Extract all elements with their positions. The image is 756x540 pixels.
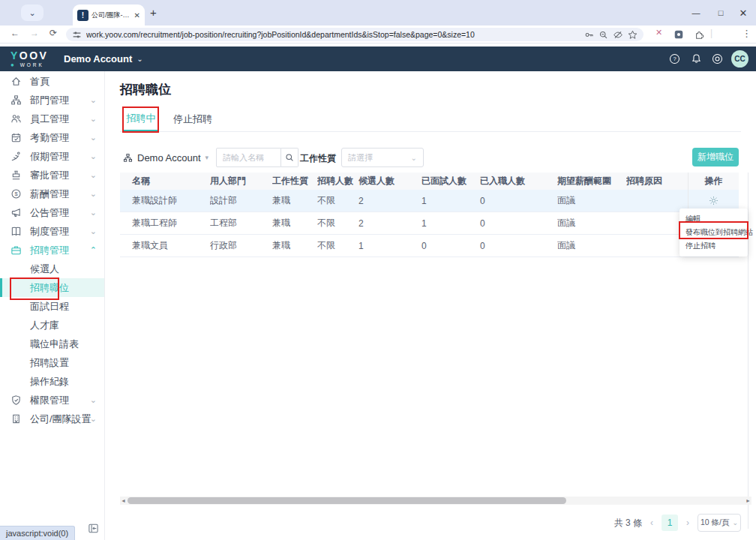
- sidebar-item-recruitment[interactable]: 招聘管理 ⌃: [0, 241, 104, 260]
- department-filter[interactable]: Demo Account ▾: [123, 148, 208, 167]
- caret-down-icon: ▾: [206, 154, 209, 161]
- sidebar-subitem-application-form[interactable]: 職位申請表: [0, 334, 104, 353]
- current-page[interactable]: 1: [662, 514, 678, 531]
- scroll-left-arrow[interactable]: ◄: [120, 496, 127, 505]
- sidebar-item-approval[interactable]: 審批管理 ⌄: [0, 166, 104, 184]
- scrollbar-thumb[interactable]: [128, 497, 566, 504]
- zoom-out-icon[interactable]: [598, 30, 608, 40]
- extension-x-icon[interactable]: ✕: [656, 28, 662, 38]
- chevron-down-icon: ⌄: [90, 114, 97, 124]
- sidebar-item-announcements[interactable]: 公告管理 ⌄: [0, 203, 104, 222]
- chevron-down-icon: ⌄: [90, 170, 97, 180]
- pagination: 共 3 條 ‹ 1 › 10 條/頁 ⌄: [0, 513, 741, 532]
- chevron-down-icon: ⌄: [732, 519, 738, 526]
- total-count: 共 3 條: [614, 517, 642, 530]
- vacation-icon: [10, 151, 22, 162]
- gear-icon[interactable]: [709, 196, 718, 206]
- prev-page-icon[interactable]: ‹: [650, 518, 653, 528]
- table-row[interactable]: 兼職工程師 工程部 兼職 不限 2 1 0 面議: [120, 212, 739, 235]
- help-icon[interactable]: ?: [669, 53, 680, 64]
- menu-item-edit[interactable]: 編輯: [680, 212, 748, 226]
- sidebar-subitem-interview-schedule[interactable]: 面試日程: [0, 297, 104, 316]
- eye-hidden-icon[interactable]: [613, 30, 623, 40]
- back-icon[interactable]: ←: [10, 28, 20, 38]
- table-row[interactable]: 兼職設計師 設計部 兼職 不限 2 1 0 面議: [120, 190, 739, 212]
- sidebar-item-permissions[interactable]: 權限管理 ⌄: [0, 391, 104, 410]
- chevron-down-icon: ⌄: [90, 133, 97, 142]
- search-button[interactable]: [281, 148, 298, 167]
- sidebar-item-leave[interactable]: 假期管理 ⌄: [0, 147, 104, 166]
- sidebar-subitem-candidates[interactable]: 候選人: [0, 260, 104, 278]
- notification-bell-icon[interactable]: [691, 53, 702, 64]
- sidebar-subitem-job-positions[interactable]: 招聘職位: [0, 278, 104, 297]
- sidebar-subitem-talent-pool[interactable]: 人才庫: [0, 316, 104, 334]
- job-type-select[interactable]: 請選擇 ⌄: [341, 148, 424, 167]
- svg-text:?: ?: [673, 56, 676, 62]
- sidebar-subitem-recruitment-settings[interactable]: 招聘設置: [0, 353, 104, 372]
- chevron-down-icon: ⌄: [90, 414, 97, 424]
- sidebar-item-attendance[interactable]: 考勤管理 ⌄: [0, 128, 104, 147]
- chevron-down-icon: ⌄: [90, 152, 97, 161]
- org-chart-icon: [123, 153, 133, 163]
- next-page-icon[interactable]: ›: [686, 518, 689, 528]
- app-switcher-icon[interactable]: [712, 53, 723, 64]
- sidebar-item-payroll[interactable]: $ 薪酬管理 ⌄: [0, 184, 104, 203]
- svg-text:$: $: [14, 190, 18, 197]
- site-settings-icon[interactable]: [72, 30, 82, 40]
- briefcase-icon: [10, 244, 22, 256]
- extensions-puzzle-icon[interactable]: [694, 29, 705, 40]
- sidebar-item-home[interactable]: 首頁: [0, 72, 104, 91]
- sidebar-item-company-settings[interactable]: 公司/團隊設置 ⌄: [0, 410, 104, 428]
- extension-badge-icon[interactable]: [674, 29, 684, 40]
- address-bar[interactable]: work.yoov.com/recruitment/job-position/r…: [66, 28, 644, 41]
- browser-toolbar: ← → ⟳ work.yoov.com/recruitment/job-posi…: [0, 26, 756, 44]
- tab-search-button[interactable]: ⌄: [21, 4, 44, 21]
- browser-tab[interactable]: ! 公司/團隊-YOOV WORK 企業 ✕: [73, 4, 145, 26]
- add-position-button[interactable]: 新增職位: [692, 148, 739, 166]
- sidebar-subitem-operation-log[interactable]: 操作紀錄: [0, 372, 104, 391]
- search-icon: [285, 153, 294, 162]
- page-tabs: 招聘中 停止招聘: [120, 106, 741, 132]
- password-key-icon[interactable]: [584, 30, 594, 40]
- bookmark-star-icon[interactable]: [628, 30, 638, 40]
- table-row[interactable]: 兼職文員 行政部 兼職 不限 1 0 0 面議: [120, 235, 739, 257]
- table-header-row: 名稱 用人部門 工作性質 招聘人數 候選人數 已面試人數 已入職人數 期望薪酬範…: [120, 172, 739, 190]
- department-filter-value: Demo Account: [137, 152, 201, 164]
- sidebar-item-departments[interactable]: 部門管理 ⌄: [0, 91, 104, 110]
- page-size-select[interactable]: 10 條/頁 ⌄: [698, 514, 741, 532]
- tab-close-icon[interactable]: ✕: [134, 11, 140, 20]
- users-icon: [10, 113, 22, 124]
- tab-stopped[interactable]: 停止招聘: [172, 106, 214, 131]
- sidebar-item-policy[interactable]: 制度管理 ⌄: [0, 222, 104, 241]
- sidebar: 首頁 部門管理 ⌄ 員工管理 ⌄ 考勤管理 ⌄ 假期管理 ⌄ 審批管理 ⌄ $: [0, 71, 105, 540]
- window-close-button[interactable]: ✕: [726, 0, 756, 26]
- scroll-right-arrow[interactable]: ►: [745, 496, 752, 505]
- chevron-up-icon: ⌃: [90, 245, 97, 255]
- chevron-down-icon: ⌄: [90, 95, 97, 105]
- menu-item-publish-to-job-sites[interactable]: 發布職位到招聘網站: [680, 226, 748, 239]
- megaphone-icon: [10, 207, 22, 218]
- building-icon: [10, 413, 22, 424]
- url-text[interactable]: work.yoov.com/recruitment/job-position/r…: [86, 30, 580, 39]
- sidebar-item-employees[interactable]: 員工管理 ⌄: [0, 110, 104, 128]
- account-switcher[interactable]: Demo Account ⌄: [64, 46, 143, 71]
- home-icon: [10, 76, 22, 87]
- tab-recruiting[interactable]: 招聘中: [124, 106, 158, 131]
- forward-icon[interactable]: →: [30, 28, 39, 38]
- user-avatar[interactable]: CC: [731, 50, 748, 68]
- search-input[interactable]: [216, 148, 281, 167]
- account-name: Demo Account: [64, 53, 132, 64]
- refresh-icon[interactable]: ⟳: [50, 28, 57, 38]
- horizontal-scrollbar[interactable]: ◄ ►: [120, 496, 752, 505]
- book-icon: [10, 226, 22, 237]
- menu-item-stop-recruiting[interactable]: 停止招聘: [680, 239, 748, 253]
- new-tab-button[interactable]: +: [150, 6, 157, 19]
- site-favicon-icon: !: [77, 10, 88, 21]
- row-action-menu: 編輯 發布職位到招聘網站 停止招聘: [680, 208, 748, 256]
- browser-menu-kebab-icon[interactable]: ⋮: [742, 28, 752, 39]
- chevron-down-icon: ⌄: [136, 55, 142, 63]
- logo-bottom-text: WORK: [20, 62, 44, 68]
- app-header: YOOV ● WORK Demo Account ⌄ ? CC: [0, 46, 756, 71]
- page-title: 招聘職位: [120, 81, 171, 98]
- filter-row: Demo Account ▾ 工作性質 請選擇 ⌄ 新增職位: [120, 148, 741, 167]
